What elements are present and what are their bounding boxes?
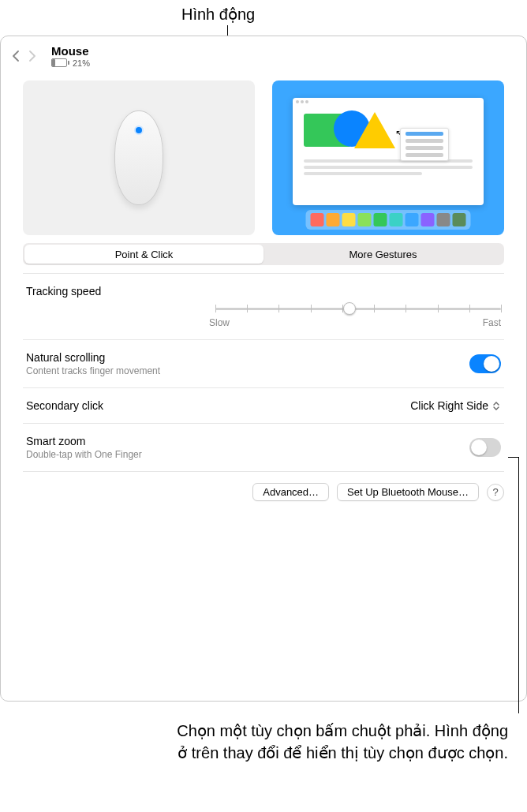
chevron-up-down-icon: [491, 402, 501, 410]
setup-bluetooth-button[interactable]: Set Up Bluetooth Mouse…: [337, 483, 479, 501]
slider-label-slow: Slow: [209, 317, 230, 328]
slider-labels: Slow Fast: [26, 317, 501, 328]
battery-icon: [51, 58, 70, 68]
tracking-speed-slider[interactable]: [215, 302, 501, 315]
callout-bottom-label: Chọn một tùy chọn bấm chuột phải. Hình đ…: [172, 720, 508, 764]
tab-more-gestures[interactable]: More Gestures: [264, 245, 503, 264]
preview-row: ↖: [1, 71, 526, 243]
dock-preview: [306, 210, 471, 230]
advanced-button[interactable]: Advanced…: [252, 483, 329, 501]
help-button[interactable]: ?: [487, 484, 504, 501]
row-tracking-speed: Tracking speed Slow Fast: [23, 273, 504, 339]
forward-button[interactable]: [28, 50, 36, 62]
natural-scrolling-toggle[interactable]: [469, 354, 501, 373]
secondary-click-label: Secondary click: [26, 399, 103, 412]
footer-buttons: Advanced… Set Up Bluetooth Mouse… ?: [23, 483, 504, 501]
secondary-click-value: Click Right Side: [410, 399, 488, 412]
settings-list: Tracking speed Slow Fast Natural scrolli…: [23, 273, 504, 472]
context-menu-preview: [400, 128, 449, 161]
slider-label-fast: Fast: [483, 317, 501, 328]
battery-status: 21%: [51, 58, 90, 68]
callout-top-label: Hình động: [181, 5, 255, 24]
tab-point-click[interactable]: Point & Click: [24, 245, 264, 264]
tracking-speed-label: Tracking speed: [26, 285, 501, 297]
callout-line: [508, 457, 519, 458]
mouse-illustration: [114, 110, 163, 205]
nav-arrows: [12, 50, 36, 62]
page-title: Mouse: [51, 44, 90, 58]
row-secondary-click: Secondary click Click Right Side: [23, 387, 504, 423]
tab-bar: Point & Click More Gestures: [23, 243, 504, 265]
title-block: Mouse 21%: [51, 44, 90, 68]
natural-scrolling-sub: Content tracks finger movement: [26, 365, 160, 376]
settings-window: Mouse 21%: [0, 36, 527, 702]
smart-zoom-toggle[interactable]: [469, 438, 501, 457]
mouse-animation-pane: [23, 80, 255, 235]
window-header: Mouse 21%: [1, 36, 526, 71]
secondary-click-select[interactable]: Click Right Side: [410, 399, 501, 412]
callout-line: [518, 457, 519, 713]
desktop-preview-pane: ↖: [272, 80, 504, 235]
smart-zoom-sub: Double-tap with One Finger: [26, 449, 142, 460]
row-smart-zoom: Smart zoom Double-tap with One Finger: [23, 423, 504, 472]
natural-scrolling-label: Natural scrolling: [26, 351, 160, 364]
back-button[interactable]: [12, 50, 20, 62]
row-natural-scrolling: Natural scrolling Content tracks finger …: [23, 339, 504, 387]
smart-zoom-label: Smart zoom: [26, 435, 142, 447]
preview-window: ↖: [293, 98, 484, 205]
battery-percent: 21%: [73, 58, 90, 68]
mouse-click-indicator: [134, 125, 144, 135]
